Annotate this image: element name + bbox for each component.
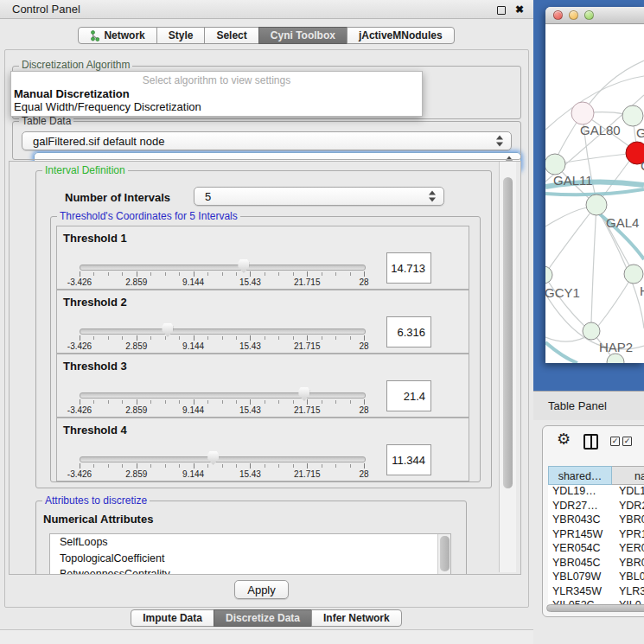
- scrollbar-thumb[interactable]: [546, 604, 644, 612]
- number-of-intervals-value: 5: [205, 190, 211, 203]
- network-node[interactable]: [545, 154, 565, 175]
- zoom-traffic-light-icon[interactable]: [584, 10, 594, 20]
- cell-shared-name: YPR145W: [552, 528, 612, 540]
- node-attribute-table: shared… name YDL19…YDL1YDR27…YDR2YBR043C…: [548, 466, 644, 604]
- attribute-list-item[interactable]: BetweennessCentrality: [50, 566, 450, 575]
- network-node[interactable]: [622, 105, 643, 126]
- cell-name: YPR1: [619, 528, 644, 540]
- network-view-window[interactable]: GAL80GACGAL11GAL4GCY1HHAP2: [545, 7, 644, 363]
- threshold-coordinates-group-title: Threshold's Coordinates for 5 Intervals: [57, 211, 240, 222]
- table-horizontal-scrollbar[interactable]: [546, 603, 644, 613]
- table-row[interactable]: YBR043CYBR0: [548, 513, 644, 528]
- column-header-shared-name[interactable]: shared…: [548, 466, 612, 485]
- interval-definition-group-title: Interval Definition: [42, 165, 128, 176]
- network-node[interactable]: [545, 266, 552, 284]
- threshold-4-panel: Threshold 4-3.4262.8599.14415.4321.71528…: [56, 418, 469, 481]
- close-traffic-light-icon[interactable]: [553, 10, 563, 20]
- network-node[interactable]: [583, 322, 600, 340]
- slider-track[interactable]: [80, 265, 366, 271]
- apply-button[interactable]: Apply: [234, 580, 289, 599]
- algorithm-dropdown-popup: Select algorithm to view settings Manual…: [10, 71, 423, 117]
- network-edge: [591, 205, 596, 322]
- slider-track[interactable]: [80, 392, 366, 399]
- tab-jactivemnodules[interactable]: jActiveMNodules: [347, 27, 455, 44]
- dropdown-option-manual-discretization[interactable]: Manual Discretization: [11, 87, 422, 100]
- settings-scroll-area: Interval Definition Number of Intervals …: [9, 161, 521, 575]
- screenshot-root: Control Panel ✖ NetworkStyleSelectCyni T…: [0, 0, 644, 644]
- table-row[interactable]: YLR345WYLR3: [548, 585, 644, 600]
- dropdown-option-equal-width-frequency[interactable]: Equal Width/Frequency Discretization: [11, 100, 422, 113]
- threshold-value-field[interactable]: 6.316: [386, 316, 431, 348]
- table-row[interactable]: YPR145WYPR1: [548, 528, 644, 543]
- bottom-tab-label: Infer Network: [323, 610, 390, 626]
- number-of-intervals-select[interactable]: 5: [194, 187, 444, 206]
- tab-style[interactable]: Style: [156, 27, 206, 44]
- bottom-tab-label: Impute Data: [143, 610, 202, 626]
- tab-select[interactable]: Select: [204, 27, 258, 44]
- slider-track[interactable]: [80, 456, 366, 462]
- network-icon: [90, 30, 99, 41]
- scrollbar-thumb[interactable]: [440, 536, 450, 571]
- cell-shared-name: YDR27…: [552, 500, 612, 512]
- bottom-tab-discretize-data[interactable]: Discretize Data: [214, 609, 312, 627]
- bottom-tab-label: Discretize Data: [226, 610, 300, 626]
- cell-shared-name: YDL19…: [552, 485, 612, 497]
- minimize-traffic-light-icon[interactable]: [569, 10, 578, 20]
- tab-cyni-toolbox[interactable]: Cyni Toolbox: [258, 27, 348, 44]
- threshold-3-panel: Threshold 3-3.4262.8599.14415.4321.71528…: [56, 354, 469, 418]
- slider-tick-labels: -3.4262.8599.14415.4321.71528: [80, 277, 364, 287]
- network-canvas[interactable]: GAL80GACGAL11GAL4GCY1HHAP2: [545, 24, 644, 363]
- slider-track[interactable]: [80, 328, 366, 335]
- float-window-icon[interactable]: [497, 6, 506, 15]
- close-icon[interactable]: ✖: [515, 3, 524, 16]
- cell-shared-name: YLR345W: [552, 585, 612, 597]
- network-node-label: GCY1: [545, 285, 580, 300]
- threshold-2-panel: Threshold 2-3.4262.8599.14415.4321.71528…: [56, 290, 469, 354]
- slider-ticks: [80, 399, 364, 405]
- control-panel-titlebar: Control Panel ✖: [0, 0, 533, 19]
- table-row[interactable]: YDR27…YDR2: [548, 500, 644, 514]
- cell-shared-name: YBL079W: [552, 571, 612, 583]
- desktop-area: GAL80GACGAL11GAL4GCY1HHAP2 Table Panel ⚙…: [533, 0, 644, 644]
- scrollbar-thumb[interactable]: [503, 177, 513, 488]
- network-edge: [545, 275, 584, 326]
- slider-ticks: [80, 335, 364, 341]
- table-row[interactable]: YDL19…YDL1: [548, 485, 644, 500]
- table-row[interactable]: YER054CYER0: [548, 542, 644, 557]
- network-edge: [548, 205, 596, 270]
- cell-shared-name: YBR045C: [552, 557, 612, 569]
- column-header-name[interactable]: name: [612, 466, 644, 485]
- table-row[interactable]: YBR045CYBR0: [548, 557, 644, 571]
- network-node[interactable]: [624, 265, 643, 284]
- select-rows-checkbox-icon[interactable]: ✓: [622, 437, 632, 446]
- spinner-arrows-icon: [496, 136, 504, 147]
- attribute-list-item[interactable]: SelfLoops: [50, 534, 450, 551]
- attribute-list-item[interactable]: TopologicalCoefficient: [50, 551, 450, 567]
- tab-network[interactable]: Network: [78, 27, 156, 44]
- control-panel: Control Panel ✖ NetworkStyleSelectCyni T…: [0, 0, 533, 644]
- threshold-value-field[interactable]: 11.344: [386, 444, 431, 475]
- network-edge: [545, 207, 587, 226]
- gear-icon[interactable]: ⚙: [557, 430, 571, 448]
- network-node-label: HAP2: [599, 340, 633, 354]
- bottom-tab-impute-data[interactable]: Impute Data: [131, 609, 214, 627]
- threshold-value-field[interactable]: 21.4: [386, 380, 431, 411]
- network-node[interactable]: [586, 194, 607, 215]
- network-node[interactable]: [607, 354, 624, 363]
- bottom-tab-infer-network[interactable]: Infer Network: [311, 609, 402, 627]
- tab-label: Style: [169, 28, 194, 43]
- threshold-value-field[interactable]: 14.713: [386, 252, 431, 284]
- cell-name: YDL1: [619, 485, 644, 497]
- settings-vertical-scrollbar[interactable]: [499, 162, 516, 572]
- table-data-group: Table Data galFiltered.sif default node: [12, 121, 521, 160]
- network-node[interactable]: [571, 102, 594, 124]
- split-panel-icon[interactable]: [583, 434, 598, 450]
- table-row[interactable]: YBL079WYBL0: [548, 571, 644, 585]
- table-data-select[interactable]: galFiltered.sif default node: [22, 131, 512, 150]
- table-data-group-title: Table Data: [19, 116, 73, 127]
- select-columns-checkbox-icon[interactable]: ✓: [610, 437, 620, 446]
- tab-label: Cyni Toolbox: [271, 28, 335, 43]
- attributes-list-scrollbar[interactable]: [437, 534, 450, 575]
- threshold-label: Threshold 1: [63, 232, 127, 245]
- network-window-titlebar[interactable]: [545, 7, 644, 24]
